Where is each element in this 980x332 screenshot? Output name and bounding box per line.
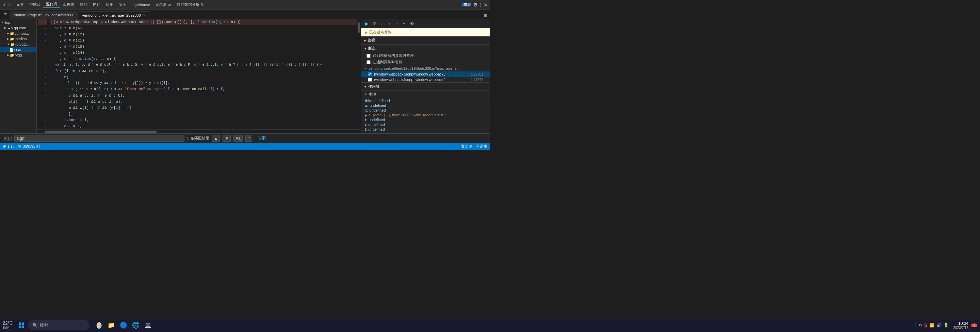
source-tab-vendor[interactable]: vendor.chunk.ef...ax_age=2592000 ✕ <box>79 11 150 19</box>
code-line-11: f = ((s = !d && y && void 0 !== y[l]) ? … <box>50 80 357 86</box>
code-line-14: b[l] != f && o(b, l, p), <box>50 98 357 105</box>
scope-item-c: c: undefined <box>361 108 490 113</box>
deactivate-btn[interactable]: ↔ <box>401 21 407 27</box>
scope-val: {data: {…}, time: 10000, withCredentials… <box>373 113 445 117</box>
line-number: - <box>38 25 47 31</box>
hscroll-thumb[interactable] <box>45 130 157 133</box>
tree-item-sear[interactable]: 📄 sear... <box>0 47 37 52</box>
vscroll-thumb[interactable] <box>358 22 360 33</box>
more-icon[interactable]: ⋮ <box>479 2 483 8</box>
tab-network[interactable]: ⚠ 网络 <box>60 2 77 8</box>
close-icon[interactable]: ✕ <box>484 2 488 8</box>
code-line-2: var r = n(4) <box>50 25 357 31</box>
case-sensitive-btn[interactable]: Aa <box>234 135 243 142</box>
scope-item-e[interactable]: ▶ e: {data: {…}, time: 10000, withCreden… <box>361 113 490 118</box>
expand-icon: ▶ <box>7 32 9 35</box>
line-number: - <box>38 31 47 37</box>
watch-label: 监视 <box>368 38 375 43</box>
watch-section: ▶ 监视 <box>361 37 490 44</box>
tree-label: medias... <box>14 37 30 41</box>
file-icon: 📄 <box>10 48 14 52</box>
search-ab-icon: A↕B <box>3 136 11 140</box>
match-next-btn[interactable]: ▼ <box>223 135 231 142</box>
bp-item-1-checkbox[interactable] <box>368 72 372 76</box>
expand-icon: ▶ <box>7 37 9 40</box>
tab-application[interactable]: 应用 <box>103 2 116 8</box>
tab-console[interactable]: 控制台 <box>27 2 43 8</box>
watch-header[interactable]: ▶ 监视 <box>361 37 490 44</box>
bp-caught-checkbox[interactable] <box>366 60 371 64</box>
restart-frame-btn[interactable]: ⟲ <box>409 21 415 27</box>
folder-icon: 📁 <box>10 37 14 41</box>
vertical-scrollbar[interactable] <box>357 19 361 129</box>
bp-uncaught-checkbox[interactable] <box>366 54 371 58</box>
scope-val: undefined <box>373 98 390 103</box>
code-line-12: p = g && s ? u(f, r) : m && "function" =… <box>50 86 357 92</box>
cloud-icon: ☁ <box>7 26 11 30</box>
scope-key: c: <box>365 108 368 112</box>
tab-elements[interactable]: 元素 <box>14 2 27 8</box>
expand-icon: ▼ <box>2 21 5 24</box>
resume-btn[interactable]: ▶ <box>364 21 370 27</box>
scope-key: l: <box>365 127 367 131</box>
file-tree-sidebar: ▼ top ▶ ☁ y.qq.com ▶ 📁 compo... ▶ 📁 medi… <box>0 19 37 133</box>
folder-icon: 📁 <box>10 53 14 57</box>
step-btn[interactable]: → <box>394 21 400 27</box>
search-input[interactable] <box>17 136 182 141</box>
folder-icon: 📁 <box>10 32 14 35</box>
bp-file-arrow-icon: ▼ <box>364 67 367 70</box>
step-over-btn[interactable]: ↺ <box>371 21 377 27</box>
line-number: - <box>38 74 47 80</box>
tree-item-medias[interactable]: ▶ 📁 medias... <box>0 36 37 41</box>
bp-item-1[interactable]: (window.webpackJsonp=window.webpackJ... … <box>361 71 490 77</box>
scope-val: undefined <box>369 108 386 112</box>
code-line-16: }; <box>50 111 357 117</box>
tab-lighthouse[interactable]: Lighthouse <box>129 2 153 8</box>
breakpoints-header[interactable]: ▼ 断点 <box>361 44 490 52</box>
tab-sources[interactable]: 源代码 <box>43 1 60 8</box>
match-prev-btn[interactable]: ▲ <box>212 135 220 142</box>
bp-item-2-checkbox[interactable] <box>368 78 372 82</box>
tree-item-compo[interactable]: ▶ 📁 compo... <box>0 31 37 36</box>
step-into-btn[interactable]: ↓ <box>379 21 385 27</box>
scope-val: undefined <box>369 122 385 127</box>
tree-item-nryqq[interactable]: ▼ 📁 n/ryqq... <box>0 41 37 47</box>
tab-security[interactable]: 安全 <box>116 2 129 8</box>
horizontal-scrollbar[interactable] <box>37 129 361 133</box>
tab-recorder[interactable]: 记录器 及 <box>153 2 174 8</box>
bp-option-1: 遇到未捕获的异常时暂停 <box>361 52 490 59</box>
tree-item-ryqq[interactable]: ▶ 📁 ryqq <box>0 52 37 58</box>
scope-item-o: o: undefined <box>361 132 490 133</box>
tree-item-yqq[interactable]: ▶ ☁ y.qq.com <box>0 25 37 31</box>
cancel-search-btn[interactable]: 取消 <box>258 135 266 141</box>
line-number: - <box>38 111 47 117</box>
local-label: 本地 <box>369 92 376 97</box>
search-bar: A↕B 5 条匹配结果 ▲ ▼ Aa .* 取消 <box>0 133 490 143</box>
close-tab-btn[interactable]: ✕ <box>143 13 146 17</box>
regex-btn[interactable]: .* <box>245 135 252 142</box>
line-number: - <box>38 56 47 62</box>
sidebar-toggle-btn[interactable]: ☰ <box>2 11 9 19</box>
code-line-6: , u = n(24) <box>50 50 357 56</box>
bp-item-1-text: (window.webpackJsonp=window.webpackJ... <box>374 72 449 76</box>
scope-item-a: a: undefined <box>361 103 490 108</box>
tab-performance[interactable]: 性能 <box>77 2 90 8</box>
scope-header[interactable]: ▼ 作用域 <box>361 83 490 91</box>
bp-item-2[interactable]: (window.webpackJsonp=window.webpackJ... … <box>361 77 490 82</box>
bp-item-2-text: (window.webpackJsonp=window.webpackJ... <box>374 78 449 82</box>
source-tab-runtime[interactable]: runtime~Page.d5...ax_age=2592000 <box>10 11 78 19</box>
local-scope-header[interactable]: ▼ 本地 <box>361 91 490 98</box>
devtools-icon: ⬡ <box>8 2 13 8</box>
step-out-btn[interactable]: ↑ <box>386 21 392 27</box>
settings-icon[interactable]: ⚙ <box>473 2 478 8</box>
tab-performance-insights[interactable]: 性能数据分析 及 <box>174 2 207 8</box>
bp-file-name: vendor.chunk.ef9ae512d819f8adc326.js?max… <box>369 66 460 70</box>
tree-item-top[interactable]: ▼ top <box>0 20 37 25</box>
tab-memory[interactable]: 内存 <box>90 2 103 8</box>
line-number: - <box>38 37 47 43</box>
bp-file-header[interactable]: ▼ vendor.chunk.ef9ae512d819f8adc326.js?m… <box>361 65 490 71</box>
line-number: 1 <box>38 19 47 25</box>
format-btn[interactable]: ⊞ <box>482 12 488 19</box>
line-number: - <box>38 123 47 129</box>
bp-item-1-line: 1:17501 <box>471 73 483 76</box>
